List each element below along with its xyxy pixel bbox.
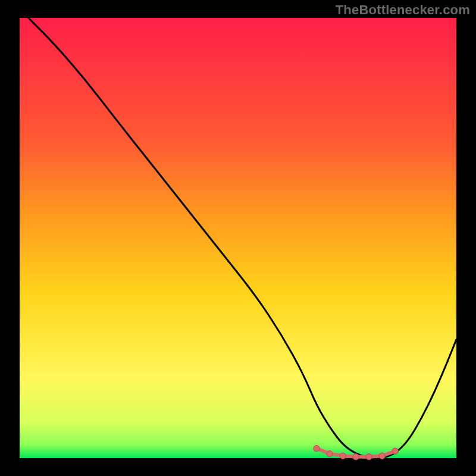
svg-rect-0: [20, 18, 456, 458]
chart-frame: TheBottlenecker.com: [0, 0, 476, 476]
valley-marker-dot: [392, 448, 398, 454]
valley-marker-dot: [366, 454, 372, 460]
valley-marker-dot: [353, 454, 359, 460]
watermark-text: TheBottlenecker.com: [336, 2, 470, 18]
valley-marker-dot: [379, 453, 385, 459]
valley-marker-dot: [340, 453, 346, 459]
valley-marker-dot: [314, 446, 320, 452]
chart-canvas: [0, 0, 476, 476]
valley-marker-dot: [327, 450, 333, 456]
